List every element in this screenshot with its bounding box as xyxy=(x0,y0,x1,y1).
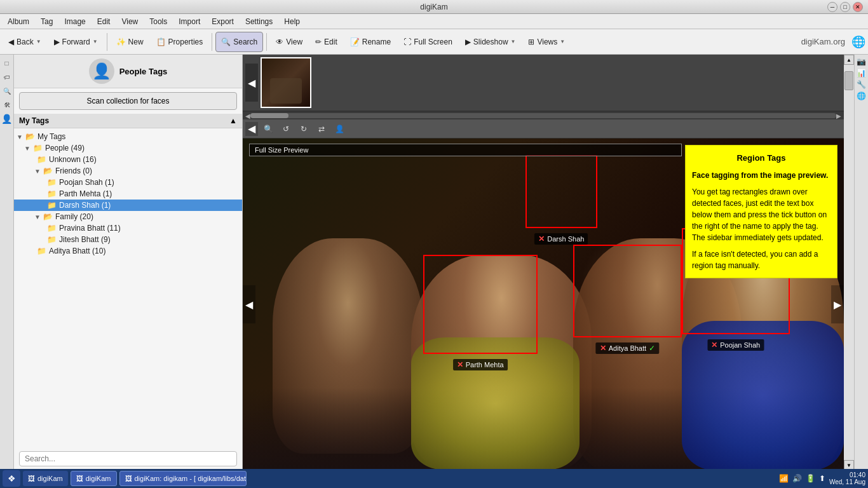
full-size-preview-button[interactable]: Full Size Preview xyxy=(249,144,682,156)
scroll-thumb[interactable] xyxy=(844,71,853,90)
back-button[interactable]: ◀ Back ▼ xyxy=(3,32,47,52)
face-confirm-aditya-bhatt[interactable]: ✓ xyxy=(649,344,655,353)
sidebar-search-input[interactable] xyxy=(19,451,237,466)
face-remove-aditya-bhatt[interactable]: ✕ xyxy=(600,344,606,353)
right-icon-4[interactable]: 🌐 xyxy=(857,92,866,100)
region-tags-line2: You get tag rectangles drawn over detect… xyxy=(692,186,831,243)
menu-tools[interactable]: Tools xyxy=(144,16,172,27)
expand-arrow-0: ▼ xyxy=(17,133,23,140)
flip-tool[interactable]: ⇄ xyxy=(314,121,329,137)
folder-icon-0: 📂 xyxy=(25,132,35,141)
thumbnail-scrollbar[interactable] xyxy=(250,113,836,118)
face-remove-poojan-shah[interactable]: ✕ xyxy=(711,341,717,349)
folder-icon-1: 📁 xyxy=(33,144,43,152)
face-remove-darsh-shah[interactable]: ✕ xyxy=(538,234,545,243)
folder-icon-7: 📂 xyxy=(43,212,53,221)
brand-text: digiKam.org xyxy=(801,37,845,46)
slideshow-dropdown-arrow[interactable]: ▼ xyxy=(511,39,516,44)
scroll-up-button[interactable]: ▲ xyxy=(844,55,854,65)
minimize-button[interactable]: ─ xyxy=(827,2,837,12)
taskbar-app-2[interactable]: 🖼 digiKam xyxy=(71,471,117,486)
globe-icon: 🌐 xyxy=(851,35,865,49)
collapse-icon[interactable]: ▲ xyxy=(229,116,237,125)
search-button[interactable]: 🔍 Search xyxy=(215,32,263,52)
thumbnail-1[interactable] xyxy=(261,57,311,108)
tag-friends[interactable]: ▼ 📂 Friends (0) xyxy=(14,165,242,177)
slideshow-button[interactable]: ▶ Slideshow ▼ xyxy=(459,32,522,52)
view-icon: 👁 xyxy=(276,37,283,46)
face-tool[interactable]: 👤 xyxy=(332,121,347,137)
start-button[interactable]: ❖ xyxy=(3,470,20,487)
tag-tree: ▼ 📂 My Tags ▼ 📁 People (49) 📁 Unknown (1… xyxy=(14,128,242,447)
thumbnail-scrollbar-thumb[interactable] xyxy=(250,113,288,118)
sys-tray-update: ⬆ xyxy=(819,474,825,483)
rotate-right-tool[interactable]: ↻ xyxy=(296,121,311,137)
tag-aditya-bhatt[interactable]: 📁 Aditya Bhatt (10) xyxy=(14,245,242,257)
face-box-2: ✕ Parth Mehta xyxy=(423,255,538,355)
forward-dropdown-arrow[interactable]: ▼ xyxy=(93,39,98,44)
tag-people[interactable]: ▼ 📁 People (49) xyxy=(14,142,242,154)
scan-faces-button[interactable]: Scan collection for faces xyxy=(19,92,237,110)
tag-poojan-shah[interactable]: 📁 Poojan Shah (1) xyxy=(14,177,242,188)
folder-icon-2: 📁 xyxy=(37,155,46,164)
right-icon-3[interactable]: 🔧 xyxy=(857,80,866,89)
sys-tray-network: 📶 xyxy=(779,474,789,483)
tag-jitesh-bhatt[interactable]: 📁 Jitesh Bhatt (9) xyxy=(14,234,242,245)
menu-export[interactable]: Export xyxy=(207,16,239,27)
thumbnail-scrollbar-area: ◀ ▶ xyxy=(243,112,844,119)
image-nav-right[interactable]: ▶ xyxy=(831,285,844,323)
properties-button[interactable]: 📋 Properties xyxy=(151,32,209,52)
taskbar-app-1[interactable]: 🖼 digiKam xyxy=(23,471,68,486)
views-dropdown-arrow[interactable]: ▼ xyxy=(560,39,565,44)
menu-view[interactable]: View xyxy=(116,16,143,27)
scroll-left-btn[interactable]: ◀ xyxy=(245,112,250,119)
main-layout: □ 🏷 🔍 🛠 👤 👤 People Tags Scan collection … xyxy=(0,55,868,470)
edit-icon: ✏ xyxy=(315,37,322,46)
folder-icon-6: 📁 xyxy=(47,201,57,210)
close-button[interactable]: ✕ xyxy=(853,2,863,12)
tag-unknown[interactable]: 📁 Unknown (16) xyxy=(14,154,242,165)
image-nav-left[interactable]: ◀ xyxy=(243,285,255,323)
right-icon-2[interactable]: 📊 xyxy=(857,69,866,78)
menu-help[interactable]: Help xyxy=(279,16,305,27)
menu-settings[interactable]: Settings xyxy=(240,16,278,27)
folder-icon-10: 📁 xyxy=(37,247,46,255)
menu-tag[interactable]: Tag xyxy=(36,16,58,27)
left-icon-2[interactable]: 🏷 xyxy=(1,71,13,83)
new-button[interactable]: ✨ New xyxy=(111,32,149,52)
region-tags-line1: Face tagging from the image preview. xyxy=(692,170,831,181)
left-icon-3[interactable]: 🔍 xyxy=(1,85,13,97)
left-icon-1[interactable]: □ xyxy=(1,57,13,69)
edit-button[interactable]: ✏ Edit xyxy=(309,32,343,52)
thumb-prev-button[interactable]: ◀ xyxy=(245,64,258,102)
views-button[interactable]: ⊞ Views ▼ xyxy=(522,32,571,52)
menu-import[interactable]: Import xyxy=(173,16,205,27)
left-icon-4[interactable]: 🛠 xyxy=(1,99,13,111)
main-image-area: ✕ Darsh Shah ✕ Parth Mehta xyxy=(243,139,844,470)
scroll-right-btn[interactable]: ▶ xyxy=(836,112,841,119)
tag-family[interactable]: ▼ 📂 Family (20) xyxy=(14,211,242,222)
taskbar-app-3[interactable]: 🖼 digiKam: digikam - [ digikam/libs/data… xyxy=(119,471,247,486)
tag-pravina-bhatt[interactable]: 📁 Pravina Bhatt (11) xyxy=(14,222,242,234)
fullscreen-button[interactable]: ⛶ Full Screen xyxy=(398,32,458,52)
back-dropdown-arrow[interactable]: ▼ xyxy=(36,39,41,44)
menu-edit[interactable]: Edit xyxy=(92,16,116,27)
scroll-track[interactable] xyxy=(844,65,854,460)
rename-button[interactable]: 📝 Rename xyxy=(344,32,397,52)
left-icon-5[interactable]: 👤 xyxy=(1,113,13,125)
tag-my-tags[interactable]: ▼ 📂 My Tags xyxy=(14,131,242,142)
window-controls: ─ □ ✕ xyxy=(827,2,863,12)
menu-image[interactable]: Image xyxy=(59,16,90,27)
right-icon-1[interactable]: 📷 xyxy=(857,57,866,66)
forward-button[interactable]: ▶ Forward ▼ xyxy=(48,32,104,52)
face-remove-parth-mehta[interactable]: ✕ xyxy=(457,360,463,369)
face-box-1: ✕ Darsh Shah xyxy=(526,155,598,228)
view-button[interactable]: 👁 View xyxy=(270,32,308,52)
tag-darsh-shah[interactable]: 📁 Darsh Shah (1) xyxy=(14,200,242,211)
maximize-button[interactable]: □ xyxy=(840,2,850,12)
menu-album[interactable]: Album xyxy=(3,16,34,27)
zoom-in-tool[interactable]: 🔍 xyxy=(261,121,276,137)
image-prev-button[interactable]: ◀ xyxy=(245,122,258,136)
rotate-left-tool[interactable]: ↺ xyxy=(278,121,294,137)
tag-parth-mehta[interactable]: 📁 Parth Mehta (1) xyxy=(14,188,242,200)
